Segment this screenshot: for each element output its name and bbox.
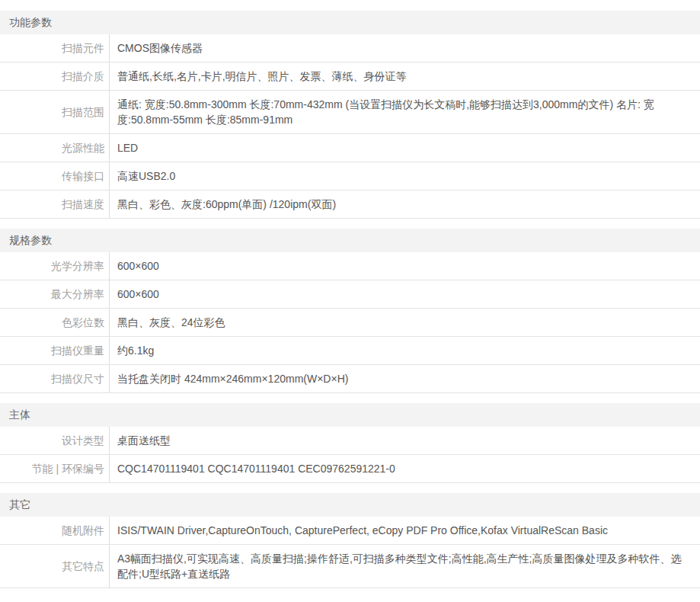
spec-table: 功能参数 扫描元件 CMOS图像传感器 扫描介质 普通纸,长纸,名片,卡片,明信… [0, 0, 700, 588]
spec-value: A3幅面扫描仪,可实现高速、高质量扫描;操作舒适,可扫描多种类型文件;高性能,高… [109, 545, 700, 588]
table-row: 扫描元件 CMOS图像传感器 [0, 34, 700, 62]
spec-value: 桌面送纸型 [109, 427, 700, 454]
spec-label: 扫描仪重量 [0, 337, 109, 364]
table-row: 其它特点 A3幅面扫描仪,可实现高速、高质量扫描;操作舒适,可扫描多种类型文件;… [0, 545, 700, 588]
table-row: 光学分辨率 600×600 [0, 252, 700, 280]
section-other: 其它 随机附件 ISIS/TWAIN Driver,CaptureOnTouch… [0, 493, 700, 588]
table-row: 扫描范围 通纸: 宽度:50.8mm-300mm 长度:70mm-432mm (… [0, 91, 700, 134]
table-row: 扫描仪重量 约6.1kg [0, 337, 700, 365]
spec-label: 扫描范围 [0, 91, 109, 133]
spec-value: LED [109, 134, 700, 162]
table-row: 扫描介质 普通纸,长纸,名片,卡片,明信片、照片、发票、薄纸、身份证等 [0, 62, 700, 91]
table-row: 色彩位数 黑白、灰度、24位彩色 [0, 309, 700, 337]
spec-value: 普通纸,长纸,名片,卡片,明信片、照片、发票、薄纸、身份证等 [109, 62, 700, 90]
spec-value: 600×600 [109, 280, 700, 308]
spec-value: 当托盘关闭时 424mm×246mm×120mm(W×D×H) [109, 365, 700, 392]
section-spec-params: 规格参数 光学分辨率 600×600 最大分辨率 600×600 色彩位数 黑白… [0, 229, 700, 393]
section-header: 功能参数 [0, 11, 700, 34]
table-row: 设计类型 桌面送纸型 [0, 427, 700, 455]
section-header: 主体 [0, 403, 700, 427]
table-row: 随机附件 ISIS/TWAIN Driver,CaptureOnTouch, C… [0, 517, 700, 545]
spec-value: ISIS/TWAIN Driver,CaptureOnTouch, Captur… [109, 517, 700, 544]
section-function-params: 功能参数 扫描元件 CMOS图像传感器 扫描介质 普通纸,长纸,名片,卡片,明信… [0, 11, 700, 219]
table-row: 传输接口 高速USB2.0 [0, 162, 700, 191]
spec-label: 扫描介质 [0, 62, 109, 90]
spec-label: 随机附件 [0, 517, 109, 544]
table-row: 光源性能 LED [0, 134, 700, 162]
spec-value: 黑白、灰度、24位彩色 [109, 309, 700, 336]
table-row: 扫描仪尺寸 当托盘关闭时 424mm×246mm×120mm(W×D×H) [0, 365, 700, 393]
spec-value: 高速USB2.0 [109, 162, 700, 190]
spec-label: 光学分辨率 [0, 252, 109, 280]
spec-label: 扫描仪尺寸 [0, 365, 109, 392]
section-body: 主体 设计类型 桌面送纸型 节能 | 环保编号 CQC14701119401 C… [0, 403, 700, 483]
spec-value: 600×600 [109, 252, 700, 280]
spec-value: CMOS图像传感器 [109, 34, 700, 62]
section-header: 规格参数 [0, 229, 700, 252]
spec-label: 光源性能 [0, 134, 109, 162]
table-row: 最大分辨率 600×600 [0, 280, 700, 309]
section-header: 其它 [0, 493, 700, 517]
spec-label: 最大分辨率 [0, 280, 109, 308]
spec-label: 节能 | 环保编号 [0, 455, 109, 482]
spec-value: 约6.1kg [109, 337, 700, 364]
spec-label: 设计类型 [0, 427, 109, 454]
spec-value: 黑白、彩色、灰度:60ppm(单面) /120ipm(双面) [109, 191, 700, 218]
spec-label: 扫描元件 [0, 34, 109, 62]
table-row: 节能 | 环保编号 CQC14701119401 CQC14701119401 … [0, 455, 700, 483]
spec-label: 色彩位数 [0, 309, 109, 336]
spec-value: 通纸: 宽度:50.8mm-300mm 长度:70mm-432mm (当设置扫描… [109, 91, 700, 133]
spec-label: 其它特点 [0, 545, 109, 588]
spec-label: 扫描速度 [0, 191, 109, 218]
table-row: 扫描速度 黑白、彩色、灰度:60ppm(单面) /120ipm(双面) [0, 191, 700, 219]
spec-label: 传输接口 [0, 162, 109, 190]
spec-value: CQC14701119401 CQC14701119401 CEC0976259… [109, 455, 700, 482]
